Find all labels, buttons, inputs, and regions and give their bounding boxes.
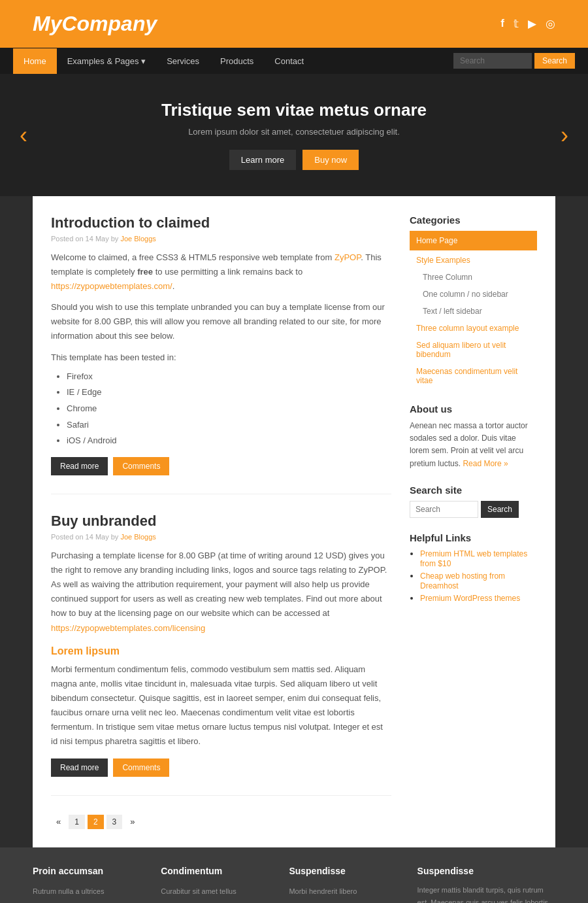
about-title: About us xyxy=(410,403,537,415)
footer-col-4: Suspendisse Integer mattis blandit turpi… xyxy=(417,866,555,903)
footer-col-2-title: Condimentum xyxy=(161,866,276,876)
logo[interactable]: MyCompany xyxy=(33,12,157,36)
post-2: Buy unbranded Posted on 14 May by Joe Bl… xyxy=(51,513,391,796)
nav-item-services[interactable]: Services xyxy=(156,48,210,74)
cat-homepage[interactable]: Home Page xyxy=(410,231,537,250)
cat-text-left[interactable]: Text / left sidebar xyxy=(410,303,537,320)
pagination: « 1 2 3 » xyxy=(51,814,391,829)
hero-buttons: Learn more Buy now xyxy=(161,150,427,170)
page-3[interactable]: 3 xyxy=(106,815,123,829)
footer-col-1: Proin accumsan Rutrum nulla a ultrices B… xyxy=(33,866,148,903)
post-1-author[interactable]: Joe Bloggs xyxy=(120,235,155,243)
helpful-link-1[interactable]: Premium HTML web templates from $10 xyxy=(420,549,527,568)
post-1-readmore-button[interactable]: Read more xyxy=(51,457,108,475)
nav-search-input[interactable] xyxy=(453,53,532,69)
hero-content: Tristique sem vitae metus ornare Lorem i… xyxy=(161,100,427,170)
about-text: Aenean nec massa a tortor auctor sodales… xyxy=(410,420,537,470)
footer-cols: Proin accumsan Rutrum nulla a ultrices B… xyxy=(0,847,588,903)
helpful-links-section: Helpful Links Premium HTML web templates… xyxy=(410,532,537,603)
page-prev[interactable]: « xyxy=(51,814,66,829)
categories-section: Categories Home Page Style Examples Thre… xyxy=(410,214,537,389)
site-link-1[interactable]: https://zypopwebtemplates.com/ xyxy=(51,281,172,291)
nav-item-examples[interactable]: Examples & Pages ▾ xyxy=(57,48,156,74)
footer-col-2: Condimentum Curabitur sit amet tellus Mo… xyxy=(161,866,276,903)
post-2-actions: Read more Comments xyxy=(51,758,391,777)
licensing-link[interactable]: https://zypopwebtemplates.com/licensing xyxy=(51,623,205,633)
sidebar-search-input[interactable] xyxy=(410,501,478,518)
about-readmore-link[interactable]: Read More » xyxy=(463,459,508,468)
navbar: Home Examples & Pages ▾ Services Product… xyxy=(0,48,588,74)
nav-item-contact[interactable]: Contact xyxy=(264,48,314,74)
footer-link[interactable]: Rutrum nulla a ultrices xyxy=(33,884,148,899)
post-1-meta: Posted on 14 May by Joe Bloggs xyxy=(51,235,391,243)
post-1-p3: This template has been tested in: xyxy=(51,350,391,365)
instagram-icon[interactable]: ◎ xyxy=(546,17,555,31)
nav-search-form: Search xyxy=(453,48,575,74)
facebook-icon[interactable]: f xyxy=(500,17,504,31)
youtube-icon[interactable]: ▶ xyxy=(528,17,536,31)
zypop-link-1[interactable]: ZyPOP xyxy=(335,252,361,262)
helpful-links-title: Helpful Links xyxy=(410,532,537,543)
post-1-p1: Welcome to claimed, a free CSS3 & HTML5 … xyxy=(51,250,391,294)
cat-sed-aliquam[interactable]: Sed aliquam libero ut velit bibendum xyxy=(410,337,537,363)
list-item: iOS / Android xyxy=(67,433,391,449)
sidebar: Categories Home Page Style Examples Thre… xyxy=(410,214,537,829)
post-1: Introduction to claimed Posted on 14 May… xyxy=(51,214,391,494)
about-section: About us Aenean nec massa a tortor aucto… xyxy=(410,403,537,470)
hero-subtitle: Lorem ipsum dolor sit amet, consectetuer… xyxy=(161,127,427,137)
hero-slider: ‹ Tristique sem vitae metus ornare Lorem… xyxy=(0,74,588,196)
post-2-subpara: Morbi fermentum condimentum felis, commo… xyxy=(51,662,391,749)
post-2-comments-button[interactable]: Comments xyxy=(113,758,169,777)
footer-col-1-title: Proin accumsan xyxy=(33,866,148,876)
page-1[interactable]: 1 xyxy=(69,815,85,829)
hero-prev-button[interactable]: ‹ xyxy=(20,122,27,149)
post-1-actions: Read more Comments xyxy=(51,457,391,475)
post-1-title: Introduction to claimed xyxy=(51,214,391,231)
hero-title: Tristique sem vitae metus ornare xyxy=(161,100,427,120)
nav-search-button[interactable]: Search xyxy=(534,53,575,69)
post-2-subheading: Lorem lipsum xyxy=(51,645,391,657)
list-item: Chrome xyxy=(67,401,391,417)
main-wrapper: Introduction to claimed Posted on 14 May… xyxy=(33,196,555,847)
nav-items: Home Examples & Pages ▾ Services Product… xyxy=(13,48,314,74)
twitter-icon[interactable]: 𝕥 xyxy=(514,17,519,31)
nav-item-home[interactable]: Home xyxy=(13,48,57,74)
list-item: Firefox xyxy=(67,369,391,385)
hero-buy-button[interactable]: Buy now xyxy=(302,150,359,170)
cat-style-examples[interactable]: Style Examples xyxy=(410,252,537,269)
helpful-link-3[interactable]: Premium WordPress themes xyxy=(420,594,520,603)
social-icons: f 𝕥 ▶ ◎ xyxy=(500,17,555,31)
categories-title: Categories xyxy=(410,214,537,226)
post-1-comments-button[interactable]: Comments xyxy=(113,457,169,475)
footer-col-3: Suspendisse Morbi hendrerit libero Proin… xyxy=(289,866,404,903)
cat-maecenas[interactable]: Maecenas condimentum velit vitae xyxy=(410,363,537,389)
list-item: IE / Edge xyxy=(67,384,391,401)
hero-next-button[interactable]: › xyxy=(561,122,568,149)
footer-link[interactable]: Blandit elementum xyxy=(33,899,148,903)
helpful-links-list: Premium HTML web templates from $10 Chea… xyxy=(410,549,537,603)
sidebar-search-form: Search xyxy=(410,501,537,518)
sidebar-search-button[interactable]: Search xyxy=(481,501,519,518)
page-2-active[interactable]: 2 xyxy=(88,815,104,829)
search-site-section: Search site Search xyxy=(410,485,537,518)
footer-link[interactable]: Curabitur sit amet tellus xyxy=(161,884,276,899)
cat-three-column[interactable]: Three Column xyxy=(410,269,537,286)
post-2-title: Buy unbranded xyxy=(51,513,391,530)
footer-link[interactable]: Morbi hendrerit libero xyxy=(161,899,276,903)
helpful-link-2[interactable]: Cheap web hosting from Dreamhost xyxy=(420,571,505,590)
page-next[interactable]: » xyxy=(125,814,140,829)
footer-col-4-text: Integer mattis blandit turpis, quis rutr… xyxy=(417,884,555,903)
footer-link[interactable]: Proin placerat accumsan xyxy=(289,899,404,903)
cat-one-column[interactable]: One column / no sidebar xyxy=(410,286,537,303)
nav-item-products[interactable]: Products xyxy=(210,48,264,74)
list-item: Safari xyxy=(67,417,391,434)
helpful-link-item: Premium WordPress themes xyxy=(420,593,537,603)
footer-link[interactable]: Morbi hendrerit libero xyxy=(289,884,404,899)
post-2-readmore-button[interactable]: Read more xyxy=(51,758,108,777)
cat-three-col-layout[interactable]: Three column layout example xyxy=(410,320,537,337)
main-content: Introduction to claimed Posted on 14 May… xyxy=(51,214,391,829)
hero-learn-button[interactable]: Learn more xyxy=(229,150,296,170)
footer-col-3-title: Suspendisse xyxy=(289,866,404,876)
post-2-meta: Posted on 14 May by Joe Bloggs xyxy=(51,533,391,541)
post-2-author[interactable]: Joe Bloggs xyxy=(120,533,155,541)
